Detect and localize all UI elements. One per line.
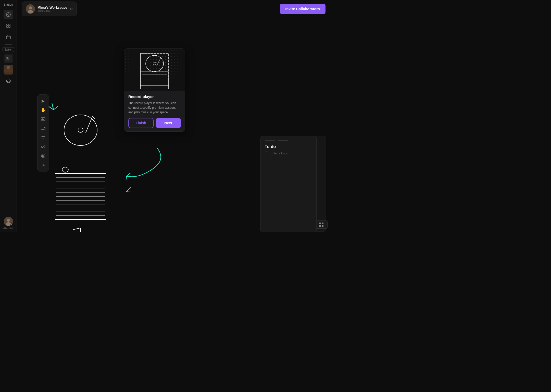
- svg-line-27: [92, 116, 95, 119]
- canvas[interactable]: ▶ ✋: [17, 18, 331, 232]
- tool-image[interactable]: [39, 115, 47, 123]
- sidebar-username: @0x4...bc1: [3, 227, 14, 229]
- attention-sparks-bottom: [116, 181, 137, 202]
- svg-point-1: [8, 14, 9, 15]
- tool-audio[interactable]: [39, 161, 47, 169]
- svg-point-0: [6, 13, 10, 17]
- tool-text[interactable]: [39, 133, 47, 142]
- sidebar-workspace-thumb[interactable]: St: [4, 54, 13, 63]
- svg-point-22: [42, 155, 44, 157]
- topbar: Mima's Workspace @0x4...bc1 ⚙ Invite Col…: [17, 0, 331, 18]
- workspace-online-dot: [33, 11, 35, 14]
- popup-body: Record player The record player is where…: [124, 91, 185, 131]
- svg-point-25: [78, 128, 83, 132]
- sidebar-divider: [5, 44, 12, 45]
- popup-card: Record player The record player is where…: [124, 48, 185, 132]
- tool-target[interactable]: [39, 152, 47, 160]
- popup-actions: Finish Next: [128, 118, 181, 128]
- svg-rect-60: [322, 225, 323, 227]
- sidebar-station-label[interactable]: Station: [3, 47, 14, 52]
- svg-rect-59: [319, 225, 321, 227]
- sidebar-item-spaces[interactable]: [4, 21, 13, 31]
- workspace-name: Mima's Workspace: [37, 6, 67, 9]
- svg-text:St: St: [6, 57, 9, 60]
- grid-view-button[interactable]: [315, 220, 328, 229]
- workspace-address: @0x4...bc1: [37, 9, 67, 12]
- svg-rect-5: [9, 26, 10, 28]
- svg-point-19: [42, 118, 43, 119]
- svg-line-46: [127, 188, 130, 191]
- app-title: Station: [4, 3, 13, 6]
- todo-input-row: Enter a to-do: [265, 152, 312, 155]
- todo-title: To-do: [265, 144, 312, 149]
- tool-play[interactable]: ▶: [39, 97, 47, 105]
- sidebar-item-explore[interactable]: [4, 10, 13, 19]
- svg-line-47: [127, 191, 132, 191]
- tool-video[interactable]: [39, 124, 47, 132]
- tool-link[interactable]: [39, 143, 47, 151]
- svg-rect-20: [41, 127, 44, 130]
- next-button[interactable]: Next: [156, 118, 181, 128]
- todo-widget: To-do Enter a to-do: [260, 136, 317, 232]
- svg-point-29: [62, 167, 68, 172]
- svg-rect-18: [41, 118, 45, 121]
- svg-rect-2: [7, 24, 8, 26]
- pointing-arrow: [116, 145, 167, 184]
- todo-placeholder: Enter a to-do: [270, 152, 288, 155]
- svg-rect-58: [322, 223, 323, 224]
- record-player-illustration: [53, 97, 109, 232]
- svg-rect-3: [9, 24, 10, 26]
- svg-point-24: [64, 115, 97, 145]
- invite-collaborators-button[interactable]: Invite Collaborators: [280, 4, 325, 14]
- workspace-card[interactable]: Mima's Workspace @0x4...bc1 ⚙: [22, 2, 77, 16]
- svg-rect-6: [6, 36, 10, 39]
- svg-line-26: [86, 117, 92, 133]
- svg-point-21: [41, 154, 45, 158]
- svg-rect-57: [319, 223, 321, 224]
- svg-point-16: [29, 6, 32, 9]
- workspace-avatar: [26, 4, 35, 14]
- popup-title: Record player: [128, 94, 181, 99]
- sidebar: Station Station St: [0, 0, 17, 232]
- gear-icon[interactable]: ⚙: [70, 7, 73, 11]
- finish-button[interactable]: Finish: [128, 118, 154, 128]
- toolpanel: ▶ ✋: [37, 94, 49, 172]
- sidebar-bottom: @0x4...bc1: [3, 217, 14, 229]
- svg-rect-10: [4, 69, 13, 72]
- svg-point-13: [7, 219, 10, 222]
- svg-rect-4: [7, 26, 8, 28]
- workspace-info: Mima's Workspace @0x4...bc1: [37, 6, 67, 12]
- user-avatar[interactable]: [4, 217, 13, 226]
- svg-rect-28: [55, 143, 106, 174]
- svg-point-11: [7, 66, 10, 69]
- popup-image: [124, 49, 185, 91]
- todo-checkbox[interactable]: [265, 152, 268, 155]
- online-indicator: [10, 223, 13, 226]
- sidebar-item-omega[interactable]: [4, 76, 13, 86]
- sidebar-item-briefcase[interactable]: [4, 32, 13, 42]
- sidebar-photo-thumb[interactable]: [4, 65, 13, 75]
- tool-hand[interactable]: ✋: [39, 106, 47, 114]
- popup-description: The record player is where you can conne…: [128, 101, 181, 115]
